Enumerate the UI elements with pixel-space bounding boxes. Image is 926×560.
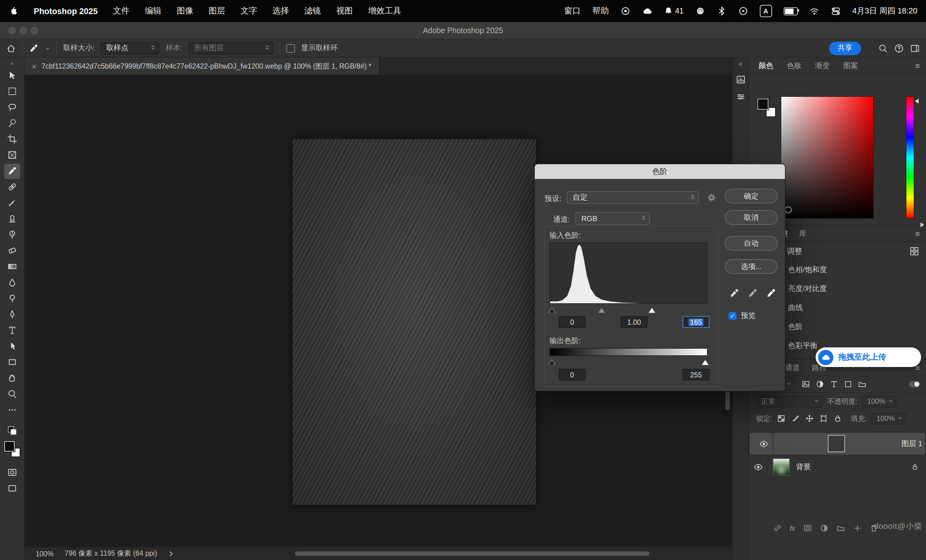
gray-point-eyedropper-icon[interactable] — [747, 288, 758, 298]
new-adjustment-layer-icon[interactable] — [820, 524, 828, 533]
eyedropper-tool-preset-icon[interactable] — [29, 43, 39, 53]
tab-channels[interactable]: 通道 — [785, 362, 800, 373]
menu-item-edit[interactable]: 编辑 — [145, 6, 162, 17]
blur-tool-icon[interactable] — [4, 275, 20, 290]
hue-slider-marker[interactable] — [915, 99, 918, 104]
input-gamma-field[interactable]: 1.00 — [620, 316, 648, 328]
tab-gradients[interactable]: 渐变 — [815, 60, 830, 71]
menu-clock[interactable]: 4月3日 周四 18:20 — [852, 6, 917, 17]
menu-item-view[interactable]: 视图 — [336, 6, 353, 17]
sample-select[interactable]: 所有图层 — [189, 42, 273, 54]
history-brush-tool-icon[interactable] — [4, 227, 20, 242]
new-layer-icon[interactable] — [853, 524, 861, 533]
marquee-tool-icon[interactable] — [4, 84, 20, 99]
default-colors-icon[interactable] — [8, 426, 16, 435]
filter-type-layer-icon[interactable] — [830, 380, 838, 388]
share-button[interactable]: 共享 — [829, 41, 861, 55]
fill-select[interactable]: 100% — [872, 413, 906, 424]
ok-button[interactable]: 确定 — [725, 189, 778, 204]
toolbar-collapse-icon[interactable]: » — [11, 60, 14, 66]
levels-dialog[interactable]: 色阶 预设: 自定 确定 取消 自动 选项... 通道: RGB 输入色阶: 0… — [534, 164, 785, 391]
menu-item-window[interactable]: 窗口 — [564, 6, 581, 17]
wifi-icon[interactable] — [809, 6, 819, 16]
input-white-field[interactable]: 165 — [682, 316, 710, 328]
quick-select-tool-icon[interactable] — [4, 115, 20, 131]
upload-overlay[interactable]: 拖拽至此上传 — [816, 347, 921, 367]
tab-patterns[interactable]: 图案 — [843, 60, 858, 71]
quick-mask-icon[interactable] — [4, 465, 20, 480]
lock-artboard-icon[interactable] — [819, 414, 828, 423]
brush-tool-icon[interactable] — [4, 195, 20, 210]
panel-menu-icon[interactable]: ≡ — [915, 229, 920, 238]
gradient-tool-icon[interactable] — [4, 259, 20, 274]
lock-all-icon[interactable] — [834, 414, 842, 423]
layer-thumbnail[interactable] — [773, 458, 790, 475]
battery-icon[interactable] — [784, 7, 798, 15]
tab-swatches[interactable]: 色板 — [787, 60, 802, 71]
eye-icon[interactable] — [754, 462, 763, 471]
output-black-field[interactable]: 0 — [559, 369, 586, 380]
search-icon[interactable] — [878, 43, 888, 53]
play-circle-icon[interactable] — [738, 6, 748, 16]
layer-name[interactable]: 背景 — [796, 462, 811, 472]
saturation-brightness-field[interactable] — [781, 96, 874, 219]
preset-select[interactable]: 自定 — [567, 191, 699, 204]
status-chevron-icon[interactable] — [168, 551, 174, 557]
preview-checkbox[interactable]: ✓ — [729, 312, 737, 320]
help-icon[interactable] — [894, 43, 904, 53]
black-point-slider[interactable] — [548, 305, 555, 310]
document-image[interactable] — [292, 139, 536, 505]
histogram-panel-icon[interactable] — [735, 75, 745, 85]
eye-icon[interactable] — [759, 439, 768, 448]
output-black-slider[interactable] — [548, 356, 555, 362]
lock-pixels-icon[interactable] — [791, 414, 800, 423]
panel-color-swatches[interactable] — [757, 99, 776, 117]
midtone-slider[interactable] — [598, 305, 605, 310]
notification-bell[interactable]: 41 — [664, 6, 684, 16]
tab-color[interactable]: 颜色 — [759, 60, 773, 71]
lock-position-icon[interactable] — [805, 414, 814, 423]
frame-tool-icon[interactable] — [4, 147, 20, 163]
assistant-icon[interactable] — [695, 6, 705, 16]
crop-tool-icon[interactable] — [4, 131, 20, 147]
layer-visibility-cell[interactable] — [749, 455, 768, 478]
home-icon[interactable] — [6, 43, 16, 53]
document-tab[interactable]: × 7cbf112362642d7c5b66e7999bf7ff8c87e4c7… — [24, 57, 379, 75]
pen-tool-icon[interactable] — [4, 306, 20, 322]
type-tool-icon[interactable] — [4, 323, 20, 338]
close-tab-icon[interactable]: × — [32, 62, 36, 71]
filter-pixel-layer-icon[interactable] — [802, 380, 810, 388]
healing-tool-icon[interactable] — [4, 179, 20, 195]
output-white-slider[interactable] — [702, 356, 709, 362]
screen-mode-icon[interactable] — [4, 480, 20, 496]
path-select-tool-icon[interactable] — [4, 338, 20, 354]
white-point-slider[interactable] — [648, 305, 655, 310]
black-point-eyedropper-icon[interactable] — [729, 288, 740, 298]
opacity-select[interactable]: 100% — [862, 395, 897, 407]
foreground-color-square[interactable] — [757, 99, 769, 110]
clone-stamp-tool-icon[interactable] — [4, 211, 20, 226]
auto-button[interactable]: 自动 — [725, 236, 778, 251]
color-cursor-icon[interactable] — [785, 207, 792, 213]
control-center-icon[interactable] — [831, 6, 841, 16]
lasso-tool-icon[interactable] — [4, 100, 20, 115]
menu-item-plugins[interactable]: 增效工具 — [368, 6, 401, 17]
layer-row-background[interactable]: 背景 — [749, 455, 926, 479]
tab-libraries[interactable]: 库 — [799, 228, 806, 238]
input-method-badge[interactable]: A — [760, 5, 772, 17]
more-tools-icon[interactable] — [4, 402, 20, 418]
input-black-field[interactable]: 0 — [559, 316, 586, 328]
preset-chevron-icon[interactable] — [45, 42, 50, 54]
lock-transparency-icon[interactable] — [777, 414, 785, 423]
layer-name[interactable]: 图层 1 — [902, 438, 922, 449]
link-layers-icon[interactable] — [773, 524, 782, 533]
options-button[interactable]: 选项... — [725, 259, 778, 274]
preset-options-gear-icon[interactable] — [707, 192, 717, 203]
menu-item-select[interactable]: 选择 — [272, 6, 289, 17]
color-swatches[interactable] — [4, 441, 20, 457]
dodge-tool-icon[interactable] — [4, 291, 20, 306]
cancel-button[interactable]: 取消 — [725, 210, 778, 225]
layer-effects-icon[interactable]: fx — [790, 524, 795, 532]
sample-size-select[interactable]: 取样点 — [101, 42, 160, 54]
workspace-icon[interactable] — [910, 43, 920, 53]
